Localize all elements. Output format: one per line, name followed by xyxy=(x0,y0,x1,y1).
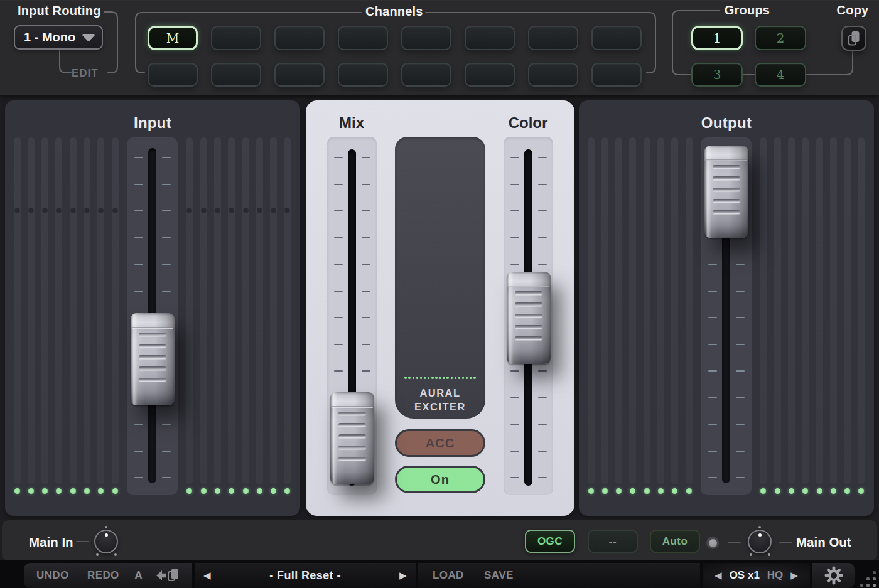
channel-button-13[interactable] xyxy=(401,63,451,87)
input-routing-label: Input Routing xyxy=(18,4,101,18)
strip-fader-dot xyxy=(56,208,62,213)
fader-tick xyxy=(134,291,143,292)
output-fader-handle[interactable] xyxy=(704,146,748,238)
strip-led xyxy=(831,488,836,494)
strip-led xyxy=(14,488,20,494)
color-fader-handle[interactable] xyxy=(507,272,551,364)
meter-led xyxy=(404,377,407,379)
mix-fader-handle[interactable] xyxy=(330,392,374,484)
strip-fader-dot xyxy=(42,208,48,213)
fader-grip-line xyxy=(139,344,166,348)
fader-tick xyxy=(334,184,343,185)
toolbar-settings-section xyxy=(812,563,855,588)
color-fader-track[interactable] xyxy=(504,137,553,495)
input-routing-dropdown[interactable]: 1 - Mono xyxy=(14,25,103,50)
undo-button[interactable]: UNDO xyxy=(36,563,69,588)
auto-button[interactable]: Auto xyxy=(650,530,700,553)
fader-tick xyxy=(134,477,143,478)
preset-name[interactable]: - Full Reset - xyxy=(195,563,416,588)
resize-grip-dot xyxy=(866,584,870,587)
ogc-button[interactable]: OGC xyxy=(525,530,575,553)
channel-button-7[interactable] xyxy=(528,26,578,50)
main-in-knob-tick-right xyxy=(114,553,117,556)
fader-tick xyxy=(362,264,370,265)
preset-next-button[interactable]: ▶ xyxy=(399,563,407,588)
ab-state-button[interactable]: A xyxy=(134,563,143,588)
main-out-knob[interactable] xyxy=(748,530,772,553)
fader-cap-line xyxy=(508,286,549,287)
channel-button-2[interactable] xyxy=(211,26,261,50)
plugin-window: Input Routing 1 - Mono EDIT Channels M G… xyxy=(0,0,879,588)
redo-button[interactable]: REDO xyxy=(87,563,119,588)
os-next-button[interactable]: ▶ xyxy=(790,570,798,581)
channel-button-3[interactable] xyxy=(274,26,325,50)
copy-button[interactable] xyxy=(841,26,866,51)
resize-grip-dot xyxy=(873,571,876,574)
strip-led xyxy=(56,488,62,494)
ab-copy-button[interactable] xyxy=(154,563,181,588)
channel-button-12[interactable] xyxy=(338,63,388,87)
main-in-knob[interactable] xyxy=(94,530,118,553)
channel-button-6[interactable] xyxy=(465,26,515,50)
channel-button-15[interactable] xyxy=(528,63,578,87)
strip-led xyxy=(775,488,780,494)
main-out-dash-right xyxy=(779,542,792,543)
channel-button-8[interactable] xyxy=(591,26,642,50)
load-button[interactable]: LOAD xyxy=(433,563,464,588)
channel-button-11[interactable] xyxy=(274,63,325,87)
edit-label[interactable]: EDIT xyxy=(72,67,99,80)
main-out-knob-pointer xyxy=(758,533,762,537)
output-fader-track[interactable] xyxy=(701,137,752,495)
fader-tick xyxy=(162,291,171,292)
on-button[interactable]: On xyxy=(395,466,485,493)
hq-label[interactable]: HQ xyxy=(767,569,784,582)
channel-button-1[interactable]: M xyxy=(148,26,198,50)
fader-tick xyxy=(708,317,717,318)
fader-tick xyxy=(736,317,745,318)
fader-tick xyxy=(334,237,343,238)
fader-tick xyxy=(334,210,343,211)
meter-label-line1: AURAL xyxy=(395,387,485,399)
group-button-1[interactable]: 1 xyxy=(691,26,743,50)
channel-button-10[interactable] xyxy=(211,63,261,87)
strip-fader-dot xyxy=(201,208,207,213)
fader-grip-line xyxy=(515,291,542,295)
channel-button-4[interactable] xyxy=(338,26,388,50)
channel-strip xyxy=(242,137,249,484)
gear-icon[interactable] xyxy=(824,565,844,585)
group-button-2[interactable]: 2 xyxy=(755,26,806,50)
input-fader-handle[interactable] xyxy=(131,313,175,405)
meter-led xyxy=(420,377,423,379)
fader-tick xyxy=(334,157,343,158)
toolbar-history-section: UNDO REDO A xyxy=(24,563,192,588)
input-fader-track[interactable] xyxy=(127,137,178,495)
mix-fader-track[interactable] xyxy=(327,137,377,495)
fader-tick xyxy=(334,344,343,345)
strip-led xyxy=(760,488,766,494)
strip-led xyxy=(271,488,276,494)
link-button[interactable]: -- xyxy=(588,530,638,553)
channel-strip xyxy=(97,137,104,484)
fader-grip-line xyxy=(515,325,542,329)
save-button[interactable]: SAVE xyxy=(484,563,514,588)
channel-strip xyxy=(270,137,277,484)
main-out-knob-tick-left xyxy=(750,553,752,556)
fader-grip-line xyxy=(515,336,542,340)
fader-grip-lines xyxy=(713,165,740,222)
fader-tick xyxy=(162,184,171,185)
strip-led xyxy=(42,488,48,494)
channel-button-9[interactable] xyxy=(148,63,198,87)
os-prev-button[interactable]: ◀ xyxy=(715,570,722,581)
channel-button-5[interactable] xyxy=(401,26,451,50)
strip-led xyxy=(201,488,207,494)
strip-fader-dot xyxy=(28,208,34,213)
meter-led xyxy=(458,377,461,379)
resize-grip-dot xyxy=(873,577,876,580)
channel-button-14[interactable] xyxy=(465,63,515,87)
channel-strip xyxy=(629,137,636,484)
channel-button-16[interactable] xyxy=(591,63,642,87)
group-button-4[interactable]: 4 xyxy=(755,63,806,87)
acc-button[interactable]: ACC xyxy=(395,429,485,457)
group-button-3[interactable]: 3 xyxy=(691,63,743,87)
strip-led xyxy=(112,488,118,494)
